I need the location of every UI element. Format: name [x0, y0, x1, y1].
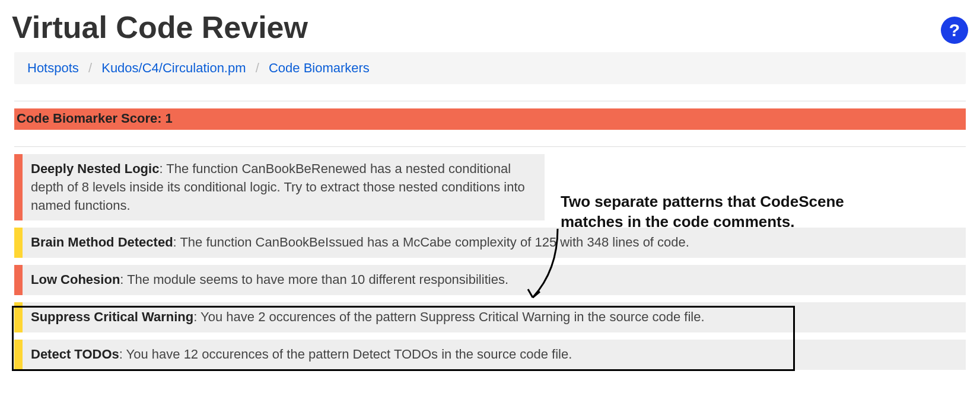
breadcrumb-separator: /: [82, 60, 98, 75]
finding-row: Brain Method Detected: The function CanB…: [14, 228, 966, 258]
breadcrumb-file[interactable]: Kudos/C4/Circulation.pm: [101, 60, 246, 75]
breadcrumb: Hotspots / Kudos/C4/Circulation.pm / Cod…: [14, 52, 966, 84]
findings-list: Deeply Nested Logic: The function CanBoo…: [14, 154, 966, 370]
finding-body: Low Cohesion: The module seems to have m…: [23, 265, 966, 295]
finding-row: Detect TODOs: You have 12 occurences of …: [14, 340, 966, 370]
finding-row: Low Cohesion: The module seems to have m…: [14, 265, 966, 295]
severity-indicator-yellow: [14, 340, 23, 370]
finding-desc: : The module seems to have more than 10 …: [120, 272, 508, 287]
annotation-line2: matches in the code comments.: [561, 213, 794, 231]
finding-body: Suppress Critical Warning: You have 2 oc…: [23, 302, 966, 332]
finding-title: Detect TODOs: [31, 347, 119, 362]
finding-body: Detect TODOs: You have 12 occurences of …: [23, 340, 966, 370]
finding-title: Deeply Nested Logic: [31, 161, 159, 176]
help-icon[interactable]: ?: [941, 17, 968, 44]
finding-body: Brain Method Detected: The function CanB…: [23, 228, 966, 258]
finding-row: Suppress Critical Warning: You have 2 oc…: [14, 302, 966, 332]
breadcrumb-hotspots[interactable]: Hotspots: [27, 60, 79, 75]
severity-indicator-red: [14, 154, 23, 220]
severity-indicator-yellow: [14, 228, 23, 258]
finding-desc: : You have 12 occurences of the pattern …: [119, 347, 572, 362]
finding-body: Deeply Nested Logic: The function CanBoo…: [23, 154, 545, 220]
breadcrumb-separator: /: [250, 60, 265, 75]
divider: [14, 101, 966, 101]
finding-desc: : You have 2 occurences of the pattern S…: [193, 309, 704, 324]
annotation-line1: Two separate patterns that CodeScene: [561, 193, 844, 210]
biomarker-score-bar: Code Biomarker Score: 1: [14, 108, 966, 130]
finding-title: Low Cohesion: [31, 272, 120, 287]
divider: [14, 146, 966, 147]
severity-indicator-yellow: [14, 302, 23, 332]
annotation-text: Two separate patterns that CodeScene mat…: [561, 192, 893, 232]
header: Virtual Code Review ?: [12, 9, 968, 52]
breadcrumb-biomarkers[interactable]: Code Biomarkers: [269, 60, 370, 75]
score-label: Code Biomarker Score:: [17, 111, 162, 126]
finding-title: Suppress Critical Warning: [31, 309, 193, 324]
finding-desc: : The function CanBookBeIssued has a McC…: [173, 235, 689, 250]
page-root: Virtual Code Review ? Hotspots / Kudos/C…: [12, 9, 968, 370]
page-title: Virtual Code Review: [12, 9, 308, 45]
severity-indicator-red: [14, 265, 23, 295]
finding-title: Brain Method Detected: [31, 235, 173, 250]
score-value: 1: [166, 111, 173, 126]
